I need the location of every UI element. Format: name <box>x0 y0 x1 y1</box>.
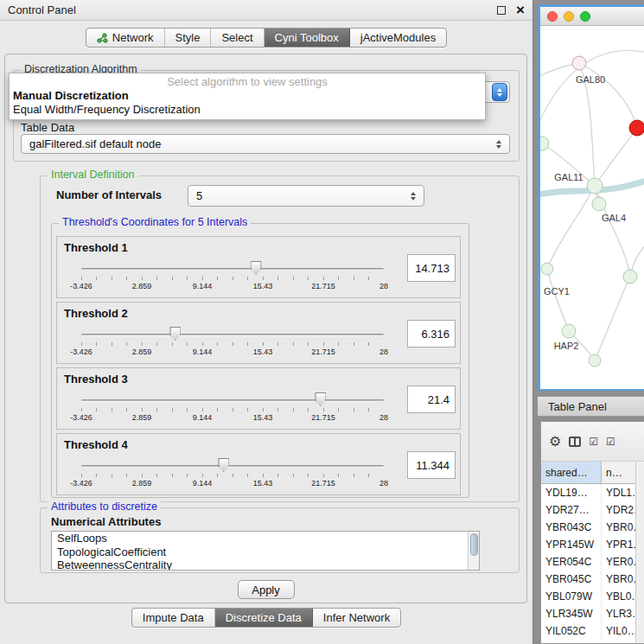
cell-name[interactable]: YPR1… <box>602 536 635 553</box>
table-row[interactable]: YBL079WYBL0… <box>541 588 635 605</box>
threshold-slider[interactable] <box>81 261 384 277</box>
cell-shared-name[interactable]: YPR145W <box>541 536 602 553</box>
cell-name[interactable]: YBR0… <box>602 571 635 588</box>
table-row[interactable]: YER054CYER0… <box>541 553 635 571</box>
minimize-traffic-light-icon[interactable] <box>564 11 574 22</box>
combo-arrows-icon[interactable] <box>492 83 507 101</box>
network-node[interactable] <box>541 263 553 275</box>
cell-name[interactable]: YLR3… <box>602 605 635 622</box>
cell-shared-name[interactable]: YER054C <box>541 553 602 571</box>
table-row[interactable]: YDL19…YDL1… <box>541 484 635 501</box>
threshold-slider[interactable] <box>81 327 384 342</box>
attributes-list[interactable]: SelfLoops TopologicalCoefficient Between… <box>51 531 480 571</box>
cell-shared-name[interactable]: YBR043C <box>541 519 602 536</box>
list-item[interactable]: SelfLoops <box>52 532 479 545</box>
bottom-tabbar: Impute Data Discretize Data Infer Networ… <box>0 608 532 628</box>
slider-scale-label: 21.715 <box>311 282 335 290</box>
table-row[interactable]: YLR345WYLR3… <box>541 605 635 622</box>
column-header-shared-name[interactable]: shared… <box>541 462 602 483</box>
dropdown-option-equal-width[interactable]: Equal Width/Frequency Discretization <box>10 103 485 117</box>
scrollbar-thumb[interactable] <box>470 533 478 556</box>
close-traffic-light-icon[interactable] <box>547 11 558 22</box>
apply-button[interactable]: Apply <box>238 580 295 599</box>
close-icon[interactable]: × <box>516 6 525 15</box>
network-node-selected[interactable] <box>629 120 644 136</box>
control-panel-titlebar[interactable]: Control Panel × <box>0 0 532 21</box>
threshold-slider[interactable] <box>81 392 384 408</box>
cell-shared-name[interactable]: YBR045C <box>541 571 602 588</box>
threshold-panel: Threshold 1 -3.426 2.859 9.144 15.43 21.… <box>56 236 461 298</box>
table-row[interactable]: YPR145WYPR1… <box>541 536 635 553</box>
threshold-value-field[interactable]: 21.4 <box>407 386 456 413</box>
combo-arrows-icon[interactable] <box>406 186 420 206</box>
cell-shared-name[interactable]: YDL19… <box>541 484 602 501</box>
network-node[interactable] <box>592 197 606 211</box>
slider-track[interactable] <box>81 268 384 271</box>
cell-shared-name[interactable]: YBL079W <box>541 588 602 605</box>
tab-infer-network[interactable]: Infer Network <box>313 609 400 627</box>
cell-shared-name[interactable]: YIL052C <box>541 622 602 640</box>
slider-scale-label: -3.426 <box>70 282 92 290</box>
num-intervals-combobox[interactable]: 5 <box>188 185 424 207</box>
slider-track[interactable] <box>81 399 384 402</box>
tab-jactivemodules[interactable]: jActiveModules <box>350 29 446 47</box>
cell-name[interactable]: YER0… <box>602 553 635 571</box>
column-header-name[interactable]: n… <box>602 462 635 483</box>
threshold-slider[interactable] <box>81 458 384 474</box>
network-node[interactable] <box>562 324 576 338</box>
table-row[interactable]: YIL052CYIL0… <box>541 622 635 640</box>
table-panel-header[interactable]: Table Panel <box>538 396 644 417</box>
cell-shared-name[interactable]: YLR345W <box>541 605 602 622</box>
slider-thumb[interactable] <box>315 392 326 406</box>
cell-name[interactable]: YBL0… <box>602 588 635 605</box>
thresholds-group-title: Threshold's Coordinates for 5 Intervals <box>59 216 251 228</box>
slider-scale-label: 2.859 <box>132 282 152 290</box>
threshold-value-field[interactable]: 11.344 <box>407 451 456 479</box>
tab-discretize-data[interactable]: Discretize Data <box>215 609 313 627</box>
slider-track[interactable] <box>81 465 384 468</box>
cell-shared-name[interactable]: YDR27… <box>541 501 602 519</box>
tab-select[interactable]: Select <box>211 29 264 47</box>
table-row[interactable]: YDR27…YDR2… <box>541 501 635 519</box>
cell-name[interactable]: YBR0… <box>602 519 635 536</box>
combo-arrows-icon[interactable] <box>492 135 506 153</box>
slider-track[interactable] <box>81 334 384 336</box>
tab-style[interactable]: Style <box>165 29 212 47</box>
network-node[interactable] <box>540 137 549 150</box>
table-data-combobox[interactable]: galFiltered.sif default node <box>21 134 510 154</box>
slider-thumb[interactable] <box>169 327 181 341</box>
cell-name[interactable]: YDL1… <box>602 484 635 501</box>
gear-icon[interactable]: ⚙ <box>549 435 561 449</box>
select-columns-checkbox-icon[interactable]: ☑ <box>606 437 615 447</box>
network-node[interactable] <box>587 178 603 194</box>
zoom-traffic-light-icon[interactable] <box>580 11 590 22</box>
tab-network[interactable]: Network <box>86 29 165 47</box>
tab-cyni-toolbox[interactable]: Cyni Toolbox <box>265 29 350 47</box>
cell-name[interactable]: YDR2… <box>602 501 635 519</box>
threshold-value-field[interactable]: 14.713 <box>407 254 456 282</box>
num-intervals-value: 5 <box>188 189 406 202</box>
select-all-checkbox-icon[interactable]: ☑ <box>589 437 598 447</box>
dropdown-option-manual[interactable]: Manual Discretization <box>10 89 485 103</box>
network-window-titlebar[interactable] <box>540 7 644 26</box>
threshold-value-field[interactable]: 6.316 <box>407 320 456 348</box>
network-node[interactable] <box>623 270 637 284</box>
tab-label: Discretize Data <box>226 611 302 624</box>
list-item[interactable]: BetweennessCentrality <box>52 558 479 571</box>
columns-icon[interactable] <box>569 437 581 447</box>
dropdown-hint: Select algorithm to view settings <box>10 73 485 89</box>
slider-thumb[interactable] <box>218 458 229 472</box>
cell-name[interactable]: YIL0… <box>602 622 635 640</box>
table-scrollbar[interactable] <box>635 462 644 643</box>
tab-impute-data[interactable]: Impute Data <box>132 609 215 627</box>
table-row[interactable]: YBR045CYBR0… <box>541 571 635 588</box>
list-item[interactable]: TopologicalCoefficient <box>52 545 479 559</box>
table-row[interactable]: YBR043CYBR0… <box>541 519 635 536</box>
network-node[interactable] <box>572 56 586 70</box>
slider-thumb[interactable] <box>251 261 262 275</box>
list-scrollbar[interactable] <box>468 532 479 570</box>
network-canvas[interactable]: GAL80 GAL11 GAL4 GCY1 HAP2 <box>540 26 644 389</box>
network-node[interactable] <box>589 354 601 367</box>
threshold-panel: Threshold 3 -3.426 2.859 9.144 15.43 21.… <box>56 367 461 430</box>
float-window-icon[interactable] <box>497 6 506 15</box>
